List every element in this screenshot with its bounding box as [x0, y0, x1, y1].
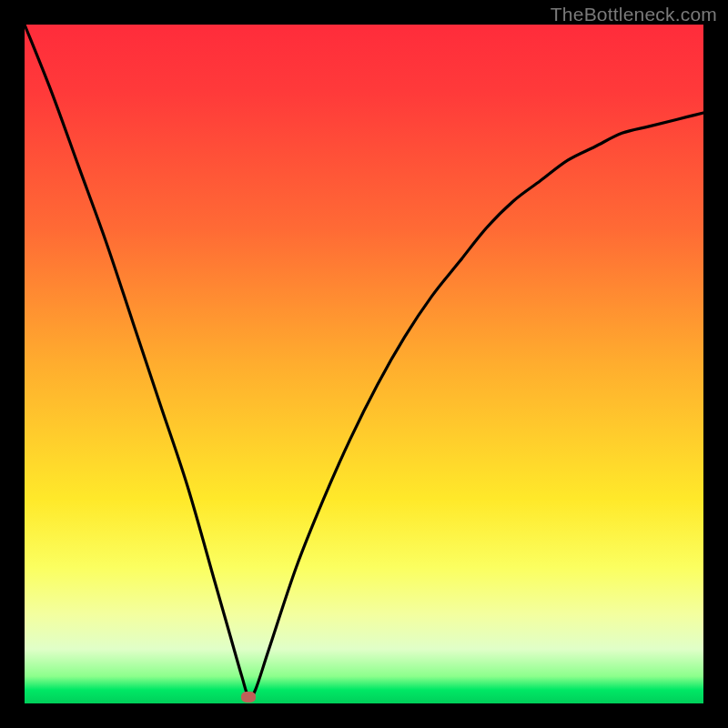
optimal-point-marker — [241, 692, 256, 703]
attribution-text: TheBottleneck.com — [551, 4, 717, 25]
chart-frame: TheBottleneck.com — [0, 0, 728, 728]
bottleneck-curve-path — [25, 25, 703, 698]
curve-svg — [25, 25, 703, 703]
plot-area — [25, 25, 703, 703]
